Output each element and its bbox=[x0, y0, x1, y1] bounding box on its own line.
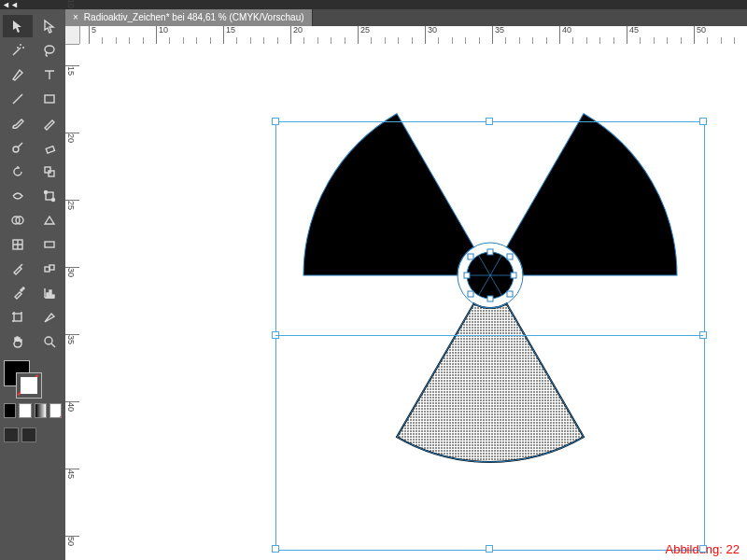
color-black[interactable] bbox=[4, 403, 16, 418]
svg-rect-31 bbox=[464, 273, 470, 278]
document-tab[interactable]: ×Radioaktiv_Zeichen* bei 484,61 % (CMYK/… bbox=[65, 9, 313, 26]
svg-point-7 bbox=[45, 191, 48, 194]
svg-rect-32 bbox=[511, 273, 516, 278]
tool-eraser[interactable] bbox=[35, 136, 64, 159]
color-white[interactable] bbox=[19, 403, 31, 418]
color-swatches bbox=[0, 353, 65, 398]
tool-selection[interactable] bbox=[3, 15, 33, 37]
tool-slice[interactable] bbox=[35, 306, 64, 329]
bbox-handle[interactable] bbox=[272, 545, 279, 553]
svg-point-21 bbox=[45, 337, 52, 344]
tool-paintbrush[interactable] bbox=[3, 112, 33, 134]
tool-rectangle[interactable] bbox=[35, 88, 64, 110]
color-gradient[interactable] bbox=[35, 403, 47, 418]
tool-symbol-sprayer[interactable] bbox=[3, 282, 33, 304]
svg-point-16 bbox=[22, 287, 24, 289]
document-title: Radioaktiv_Zeichen* bei 484,61 % (CMYK/V… bbox=[84, 12, 304, 22]
tool-pen[interactable] bbox=[3, 63, 33, 86]
tool-direct-selection[interactable] bbox=[35, 15, 64, 37]
tool-scale[interactable] bbox=[35, 161, 64, 183]
svg-rect-12 bbox=[45, 242, 54, 247]
bbox-handle[interactable] bbox=[486, 545, 493, 553]
svg-rect-36 bbox=[468, 291, 473, 297]
tool-line-segment[interactable] bbox=[3, 88, 33, 110]
ruler-vertical[interactable]: 101520253035404550 bbox=[65, 26, 80, 560]
svg-rect-5 bbox=[49, 171, 54, 176]
tool-magic-wand[interactable] bbox=[3, 39, 33, 62]
svg-rect-14 bbox=[49, 265, 54, 270]
tool-artboard[interactable] bbox=[3, 306, 33, 329]
draw-mode[interactable] bbox=[21, 427, 36, 442]
panel-collapse[interactable]: ◄◄ bbox=[0, 0, 747, 9]
bbox-handle[interactable] bbox=[699, 118, 707, 125]
svg-rect-18 bbox=[49, 290, 51, 298]
tool-hand[interactable] bbox=[3, 330, 33, 353]
tool-perspective[interactable] bbox=[35, 209, 64, 231]
bbox-handle[interactable] bbox=[699, 545, 707, 553]
ruler-horizontal[interactable]: 5101520253035404550 bbox=[79, 26, 747, 45]
svg-rect-35 bbox=[507, 291, 513, 297]
tool-free-transform[interactable] bbox=[35, 185, 64, 207]
tool-eyedropper[interactable] bbox=[3, 258, 33, 280]
svg-rect-13 bbox=[45, 267, 49, 272]
document-tabbar: ×Radioaktiv_Zeichen* bei 484,61 % (CMYK/… bbox=[65, 9, 747, 26]
svg-rect-19 bbox=[52, 295, 54, 298]
svg-rect-20 bbox=[14, 314, 21, 321]
screen-mode[interactable] bbox=[4, 427, 19, 442]
svg-rect-1 bbox=[45, 95, 54, 103]
close-tab-icon[interactable]: × bbox=[73, 12, 78, 22]
color-none[interactable] bbox=[49, 403, 62, 418]
svg-rect-30 bbox=[487, 296, 493, 301]
svg-point-8 bbox=[52, 199, 55, 202]
svg-rect-3 bbox=[46, 147, 54, 153]
tool-gradient[interactable] bbox=[35, 233, 64, 256]
svg-rect-29 bbox=[487, 249, 493, 255]
stroke-swatch[interactable] bbox=[16, 372, 42, 399]
bbox-handle[interactable] bbox=[272, 118, 279, 125]
tool-width[interactable] bbox=[3, 185, 33, 207]
tool-type[interactable] bbox=[35, 63, 64, 86]
tool-rotate[interactable] bbox=[3, 161, 33, 183]
tool-shape-builder[interactable] bbox=[3, 209, 33, 231]
tool-zoom[interactable] bbox=[35, 330, 64, 353]
tool-lasso[interactable] bbox=[35, 39, 64, 62]
ruler-origin[interactable] bbox=[65, 26, 80, 45]
artwork-radioactive[interactable] bbox=[285, 91, 696, 501]
svg-rect-17 bbox=[47, 293, 49, 298]
svg-rect-4 bbox=[45, 167, 50, 173]
svg-rect-33 bbox=[507, 254, 513, 259]
svg-point-15 bbox=[21, 289, 22, 291]
tools-panel bbox=[0, 9, 65, 560]
tool-blob-brush[interactable] bbox=[3, 136, 33, 159]
tool-pencil[interactable] bbox=[35, 112, 64, 134]
canvas[interactable]: Abbildung: 22 bbox=[79, 44, 747, 560]
bbox-handle[interactable] bbox=[486, 118, 493, 125]
tool-graph[interactable] bbox=[35, 282, 64, 304]
tool-mesh[interactable] bbox=[3, 233, 33, 256]
tool-blend[interactable] bbox=[35, 258, 64, 280]
svg-rect-34 bbox=[468, 254, 473, 259]
